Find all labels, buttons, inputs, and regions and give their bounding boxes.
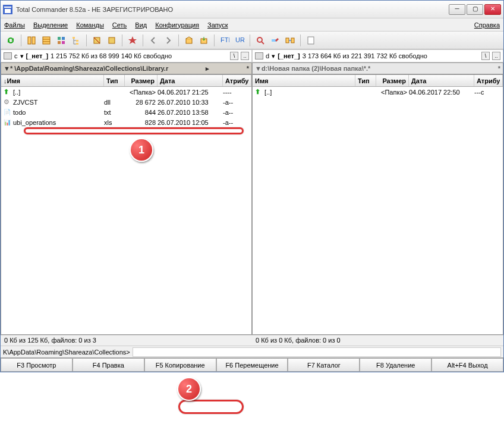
command-line: K\AppData\Roaming\Shareaza\Collections>: [1, 346, 503, 357]
f8-delete-button[interactable]: F8 Удаление: [360, 358, 431, 372]
f4-edit-button[interactable]: F4 Правка: [73, 358, 144, 372]
view-thumb-icon[interactable]: [55, 34, 68, 47]
svg-rect-25: [291, 38, 294, 43]
drive-letter-left: c: [14, 52, 18, 59]
file-row[interactable]: ⬆[..] <Папка> 04.06.2017 22:50---c: [253, 87, 503, 97]
up-icon: ⬆: [4, 88, 11, 96]
view-brief-icon[interactable]: [25, 34, 38, 47]
drive-label-left: [_нет_]: [26, 52, 49, 59]
drive-label-right: [_нет_]: [278, 52, 300, 59]
window-title: Total Commander 8.52a - НЕ ЗАРЕГИСТРИРОВ…: [16, 6, 449, 13]
ftp-icon[interactable]: FTP: [218, 34, 231, 47]
sync-icon[interactable]: [284, 34, 297, 47]
select-all-icon[interactable]: [105, 34, 118, 47]
search-icon[interactable]: [254, 34, 267, 47]
function-bar: F3 Просмотр F4 Правка F5 Копирование F6 …: [1, 357, 503, 372]
svg-rect-26: [308, 37, 314, 44]
svg-rect-16: [109, 37, 115, 43]
menu-run[interactable]: Запуск: [207, 21, 228, 29]
panel-left: ↓Имя Тип Размер Дата Атрибу ⬆[..] <Папка…: [1, 74, 252, 335]
f5-copy-button[interactable]: F5 Копирование: [144, 358, 216, 372]
svg-point-21: [257, 37, 262, 42]
menu-commands[interactable]: Команды: [76, 21, 104, 29]
status-left: 0 Кб из 125 Кб, файлов: 0 из 3: [1, 335, 252, 346]
notepad-icon[interactable]: [304, 34, 317, 47]
svg-rect-12: [73, 37, 75, 39]
forward-icon[interactable]: [162, 34, 175, 47]
xls-icon: [4, 118, 11, 126]
cmd-input[interactable]: [133, 347, 501, 357]
up-icon: ⬆: [255, 88, 263, 96]
menu-net[interactable]: Сеть: [112, 21, 127, 29]
svg-rect-1: [4, 7, 11, 8]
svg-text:FTP: FTP: [220, 36, 229, 43]
menu-help[interactable]: Справка: [474, 21, 500, 29]
menu-view[interactable]: Вид: [135, 21, 147, 29]
dll-icon: [4, 98, 11, 106]
menubar: Файлы Выделение Команды Сеть Вид Конфигу…: [1, 18, 503, 32]
pack-icon[interactable]: [182, 34, 196, 47]
statusbar: 0 Кб из 125 Кб, файлов: 0 из 3 0 Кб из 0…: [1, 335, 503, 346]
up-button-right[interactable]: ..: [492, 52, 500, 60]
up-button-left[interactable]: ..: [241, 52, 249, 60]
column-header-left[interactable]: ↓Имя Тип Размер Дата Атрибу: [1, 75, 251, 87]
svg-rect-24: [286, 38, 289, 43]
view-full-icon[interactable]: [40, 34, 53, 47]
drive-letter-right: d: [266, 52, 269, 59]
file-row[interactable]: ⬆[..] <Папка> 04.06.2017 21:25----: [1, 87, 251, 97]
svg-rect-10: [58, 41, 61, 44]
url-icon[interactable]: URL: [233, 34, 246, 47]
f6-move-button[interactable]: F6 Перемещение: [216, 358, 288, 372]
f3-view-button[interactable]: F3 Просмотр: [1, 358, 73, 372]
root-button-left[interactable]: \: [230, 52, 238, 60]
drive-free-left: 1 215 752 Кб из 68 999 140 Кб свободно: [51, 52, 228, 59]
svg-rect-13: [76, 40, 78, 42]
file-row[interactable]: todo txt844 26.07.2010 13:58-a--: [1, 107, 251, 117]
star-icon[interactable]: [126, 34, 139, 47]
f7-mkdir-button[interactable]: F7 Каталог: [288, 358, 360, 372]
menu-selection[interactable]: Выделение: [33, 21, 68, 29]
drive-free-right: 3 173 664 Кб из 221 391 732 Кб свободно: [303, 52, 479, 59]
file-list-right[interactable]: ⬆[..] <Папка> 04.06.2017 22:50---c: [253, 87, 503, 334]
svg-rect-2: [5, 9, 11, 13]
svg-rect-8: [58, 37, 61, 40]
drive-selector-right[interactable]: d▾ [_нет_] 3 173 664 Кб из 221 391 732 К…: [252, 49, 503, 62]
view-tree-icon[interactable]: [70, 34, 83, 47]
rename-icon[interactable]: [269, 34, 282, 47]
svg-text:URL: URL: [235, 36, 244, 43]
svg-line-22: [262, 42, 264, 44]
maximize-button[interactable]: ▢: [467, 4, 483, 15]
menu-files[interactable]: Файлы: [4, 21, 25, 29]
path-right[interactable]: ▼d:\Новая папка (2)\Новая папка\*.**: [252, 62, 503, 74]
status-right: 0 Кб из 0 Кб, файлов: 0 из 0: [252, 335, 503, 346]
altf4-exit-button[interactable]: Alt+F4 Выход: [431, 358, 503, 372]
panel-right: Имя Тип Размер Дата Атрибу ⬆[..] <Папка>…: [252, 74, 503, 335]
svg-rect-4: [32, 37, 35, 44]
file-row[interactable]: ZJVCST dll28 672 26.07.2010 10:33-a--: [1, 97, 251, 107]
annotation-callout-1: 1: [130, 138, 153, 162]
annotation-ring-f5: [178, 400, 244, 414]
minimize-button[interactable]: ─: [449, 4, 465, 15]
root-button-right[interactable]: \: [481, 52, 490, 60]
drive-selector-left[interactable]: c▾ [_нет_] 1 215 752 Кб из 68 999 140 Кб…: [1, 49, 252, 62]
svg-rect-3: [28, 37, 31, 44]
close-button[interactable]: ✕: [484, 4, 501, 15]
toolbar: FTP URL: [1, 32, 503, 49]
back-icon[interactable]: [147, 34, 160, 47]
svg-rect-14: [76, 43, 78, 45]
txt-icon: [4, 108, 11, 116]
refresh-icon[interactable]: [4, 34, 17, 47]
unpack-icon[interactable]: [197, 34, 210, 47]
column-header-right[interactable]: Имя Тип Размер Дата Атрибу: [253, 75, 503, 87]
annotation-callout-2: 2: [177, 377, 201, 401]
path-left[interactable]: ▼* \AppData\Roaming\Shareaza\Collections…: [1, 62, 252, 74]
app-icon: [3, 5, 12, 14]
svg-rect-11: [62, 41, 65, 44]
drive-icon: [4, 52, 12, 59]
svg-rect-17: [186, 39, 192, 43]
menu-config[interactable]: Конфигурация: [155, 21, 199, 29]
file-list-left[interactable]: ⬆[..] <Папка> 04.06.2017 21:25----ZJVCST…: [1, 87, 251, 334]
invert-sel-icon[interactable]: [90, 34, 103, 47]
cmd-prompt: K\AppData\Roaming\Shareaza\Collections>: [3, 349, 130, 356]
file-row[interactable]: ubi_operations xls828 26.07.2010 12:05-a…: [1, 117, 251, 127]
